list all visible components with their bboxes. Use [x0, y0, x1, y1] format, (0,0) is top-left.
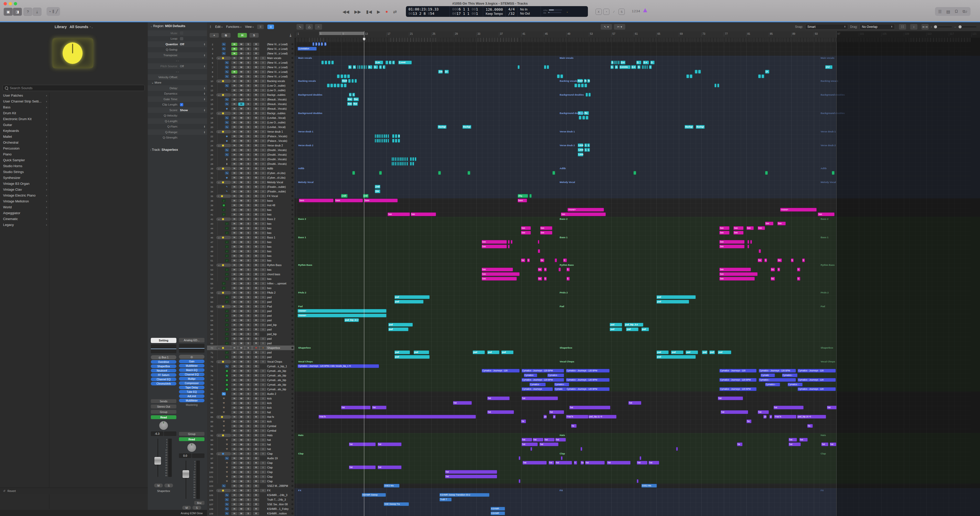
solo-button[interactable]: S [245, 103, 251, 106]
library-item[interactable]: Vintage Electric Piano› [0, 192, 49, 198]
inspector-row[interactable]: QuantizeOff▴▾ [148, 41, 207, 47]
region[interactable]: Cymatics - Journeys - 120 BPM [522, 378, 564, 382]
folder-disclosure[interactable]: ⌄ [216, 93, 231, 97]
hide-button[interactable]: H [231, 360, 237, 364]
channel-strip-name[interactable]: Shaperbox [151, 489, 177, 492]
track-name[interactable]: FX [267, 489, 292, 492]
hide-button[interactable]: H [231, 185, 237, 189]
region[interactable]: b [797, 268, 800, 271]
mute-button[interactable]: M [238, 346, 244, 349]
record-enable-button[interactable]: R [253, 356, 259, 359]
record-enable-button[interactable]: R [253, 286, 259, 290]
track-name[interactable]: pad [267, 319, 292, 322]
folder-disclosure[interactable]: ⌄ [216, 264, 231, 267]
region[interactable]: Bac [347, 97, 353, 101]
strip-setting-button[interactable]: Analog ED... [179, 338, 205, 343]
record-enable-button[interactable]: R [253, 43, 259, 46]
track-row[interactable]: 30∿HMSRI(Cyber...d-Libs) [207, 171, 294, 176]
track-name[interactable]: (New Vi...s Lead) [267, 66, 292, 69]
solo-button[interactable]: S [245, 434, 251, 437]
hide-button[interactable]: H [231, 392, 237, 395]
input-monitor-button[interactable]: I [260, 351, 266, 354]
region[interactable]: Cymatics - Journeys [522, 387, 553, 391]
track-name[interactable]: Shaperbox [267, 346, 292, 349]
record-enable-button[interactable]: R [253, 231, 259, 235]
track-row[interactable]: 32⌄HMSRIMelody Vocal [207, 180, 294, 185]
region[interactable] [348, 79, 351, 83]
hide-button[interactable]: H [231, 162, 237, 166]
mute-button[interactable]: M [238, 475, 244, 478]
region[interactable]: Backg [577, 79, 583, 83]
region[interactable]: Cymatics - Journeys - 120 BPM [759, 369, 796, 373]
solo-button[interactable]: S [245, 218, 251, 221]
region[interactable] [380, 134, 382, 138]
lcd-division[interactable]: /32 [508, 11, 515, 16]
hide-button[interactable]: H [231, 190, 237, 193]
mute-button[interactable]: M [238, 434, 244, 437]
mute-button[interactable]: M [238, 300, 244, 303]
region[interactable] [400, 162, 401, 166]
region[interactable]: (Adl [375, 185, 380, 189]
region[interactable] [618, 60, 620, 64]
track-row[interactable]: 105∿HMSRKSHMR...-24b_3 [207, 493, 294, 498]
track-name[interactable]: Cymati...als_bip [267, 369, 292, 372]
input-monitor-button[interactable]: I [260, 61, 266, 64]
mute-button[interactable]: M [238, 397, 244, 400]
input-monitor-button[interactable]: I [260, 268, 266, 271]
mute-button[interactable]: M [238, 406, 244, 410]
track-row[interactable]: 67♪HMSRpad_bip [207, 332, 294, 337]
region[interactable]: *Hat fx [566, 415, 589, 419]
library-item[interactable]: Electronic Drum Kit› [0, 116, 49, 122]
input-monitor-button[interactable]: I [260, 383, 266, 386]
track-row[interactable]: 108∿HMSRKSHMR...1_Foley [207, 506, 294, 511]
region[interactable]: b [563, 259, 567, 262]
hide-tracks-toggle[interactable]: H [238, 33, 247, 38]
solo-button[interactable]: S [245, 194, 251, 198]
catch-icon[interactable]: ⑃ [315, 24, 322, 30]
track-name[interactable]: Audio 2 [267, 392, 292, 395]
solo-button[interactable]: S [245, 480, 251, 483]
region[interactable] [468, 171, 470, 175]
mute-button[interactable]: M [238, 185, 244, 189]
track-name[interactable]: (Floatin...ouble) [267, 185, 292, 188]
hide-button[interactable]: H [231, 227, 237, 230]
region[interactable] [633, 171, 636, 175]
region[interactable]: b [566, 277, 570, 281]
region[interactable] [614, 60, 616, 64]
mute-button[interactable]: M [238, 484, 244, 487]
solo-button[interactable]: S [245, 457, 251, 460]
region[interactable] [695, 70, 698, 74]
region[interactable] [377, 139, 378, 143]
input-monitor-button[interactable]: I [260, 291, 266, 294]
region[interactable]: (L [315, 42, 317, 46]
hide-button[interactable]: H [231, 171, 237, 175]
track-name[interactable]: bas [267, 259, 292, 262]
solo-button[interactable]: S [245, 351, 251, 354]
record-enable-button[interactable]: R [253, 194, 259, 198]
inspector-row[interactable]: Loop: [148, 36, 207, 42]
region[interactable]: hat [585, 461, 605, 465]
region[interactable]: pad_bip_3.4 [624, 323, 644, 327]
track-name[interactable]: (Levitat...Vocal) [267, 125, 292, 129]
folder-disclosure[interactable]: ⌄ [216, 489, 231, 492]
region[interactable] [384, 134, 385, 138]
track-name[interactable]: pad [267, 300, 292, 303]
region[interactable] [377, 134, 378, 138]
region[interactable]: (Le [643, 60, 649, 64]
region[interactable]: pad [671, 350, 683, 354]
input-monitor-button[interactable]: I [260, 158, 266, 161]
record-enable-button[interactable]: R [253, 264, 259, 267]
input-monitor-button[interactable]: I [260, 489, 266, 492]
input-monitor-button[interactable]: I [260, 190, 266, 193]
region[interactable]: (L [615, 65, 618, 69]
library-item[interactable]: Keyboards› [0, 128, 49, 134]
lcd-display[interactable]: 01:00:23:19.33 0013 2 8 054 0006 1 1 001… [406, 6, 588, 17]
folder-disclosure[interactable]: ⌄ [216, 236, 231, 239]
record-enable-button[interactable]: R [253, 176, 259, 179]
mute-button[interactable]: M [182, 506, 191, 510]
mute-button[interactable]: M [238, 194, 244, 198]
track-row[interactable]: 101⚒HMSRIClap [207, 474, 294, 479]
mute-button[interactable]: M [238, 52, 244, 55]
region[interactable]: bass [518, 198, 527, 202]
grid-view-icon[interactable]: ⠿ [257, 25, 264, 29]
